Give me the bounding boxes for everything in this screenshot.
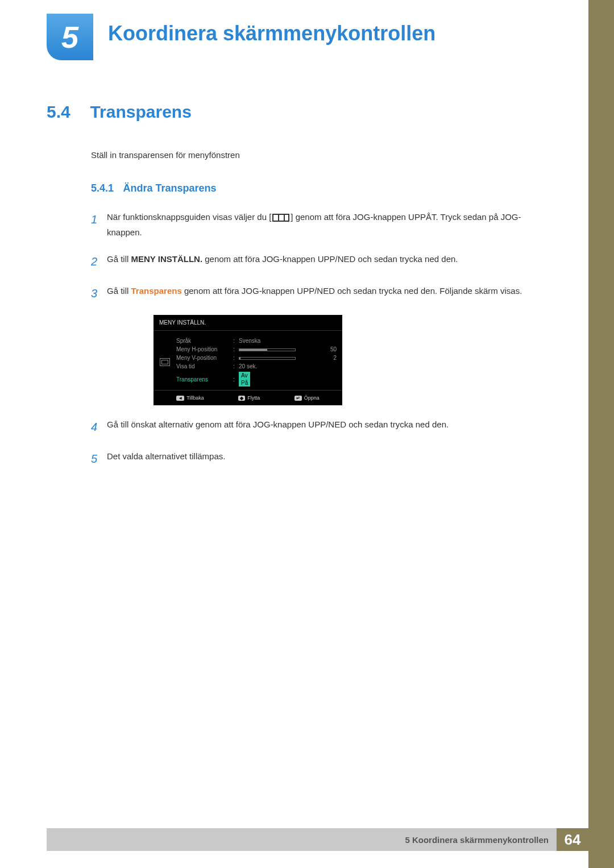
osd-row-language: Språk : Svenska: [176, 337, 342, 345]
option-on: På: [239, 379, 250, 387]
menu-icon: [272, 214, 289, 222]
page-number: 64: [557, 828, 588, 851]
osd-row-transparency: Transparens : Av På: [176, 371, 342, 388]
section-intro: Ställ in transparensen för menyfönstren: [91, 150, 547, 160]
step-5: 5 Det valda alternativet tillämpas.: [91, 448, 547, 469]
step-text: Det valda alternativet tillämpas.: [107, 448, 547, 469]
osd-back: ◄Tillbaka: [176, 395, 204, 401]
osd-screenshot: MENY INSTÄLLN. Språk : Svenska Meny H-po…: [154, 315, 342, 405]
side-stripe: [588, 0, 614, 868]
key-icon: ◆: [238, 396, 245, 401]
chapter-number: 5: [61, 19, 78, 55]
osd-move: ◆Flytta: [238, 395, 260, 401]
osd-open: ↵Öppna: [294, 395, 320, 401]
osd-row-vposition: Meny V-position : 2: [176, 354, 342, 362]
step-text: Gå till MENY INSTÄLLN. genom att föra JO…: [107, 251, 547, 272]
slider-icon: [239, 357, 296, 360]
osd-header: MENY INSTÄLLN.: [154, 315, 342, 331]
step-text: När funktionsknappsguiden visas väljer d…: [107, 209, 547, 240]
option-off: Av: [239, 372, 250, 379]
step-4: 4 Gå till önskat alternativ genom att fö…: [91, 417, 547, 437]
chapter-title: Koordinera skärmmenykontrollen: [108, 22, 435, 45]
key-icon: ◄: [176, 396, 184, 401]
subsection-heading: 5.4.1 Ändra Transparens: [91, 182, 547, 194]
step-1: 1 När funktionsknappsguiden visas väljer…: [91, 209, 547, 240]
osd-row-showtime: Visa tid : 20 sek.: [176, 362, 342, 371]
step-text: Gå till önskat alternativ genom att föra…: [107, 417, 547, 437]
step-number: 5: [91, 448, 107, 469]
section-title: Transparens: [90, 102, 191, 121]
subsection-title: Ändra Transparens: [123, 182, 217, 194]
step-number: 3: [91, 283, 107, 304]
step-number: 1: [91, 209, 107, 240]
osd-row-hposition: Meny H-position : 50: [176, 345, 342, 354]
slider-icon: [239, 348, 296, 351]
footer-title: 5 Koordinera skärmmenykontrollen: [47, 828, 557, 851]
step-3: 3 Gå till Transparens genom att föra JOG…: [91, 283, 547, 304]
chapter-badge: 5: [47, 14, 93, 60]
step-number: 4: [91, 417, 107, 437]
section-number: 5.4: [47, 102, 88, 122]
step-2: 2 Gå till MENY INSTÄLLN. genom att föra …: [91, 251, 547, 272]
step-number: 2: [91, 251, 107, 272]
page-footer: 5 Koordinera skärmmenykontrollen 64: [47, 828, 588, 851]
section-heading: 5.4 Transparens: [47, 102, 547, 122]
step-text: Gå till Transparens genom att föra JOG-k…: [107, 283, 547, 304]
subsection-number: 5.4.1: [91, 182, 114, 194]
settings-icon: [160, 358, 170, 366]
key-icon: ↵: [294, 396, 302, 401]
osd-icon-column: [154, 337, 176, 388]
osd-footer: ◄Tillbaka ◆Flytta ↵Öppna: [154, 390, 342, 402]
